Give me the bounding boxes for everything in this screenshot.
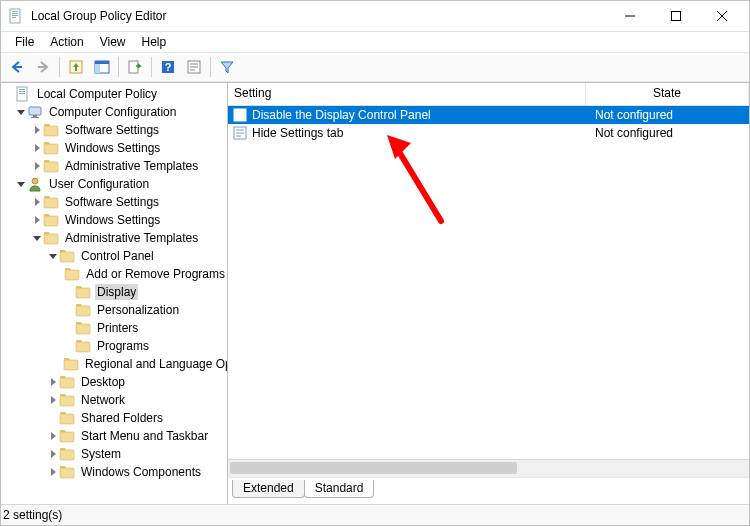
svg-rect-23 [19, 89, 25, 90]
tree-cp-add-remove[interactable]: Add or Remove Programs [1, 265, 227, 283]
expand-icon[interactable] [31, 216, 43, 224]
back-button[interactable] [5, 55, 29, 79]
setting-icon [232, 125, 248, 141]
tree-cc-windows[interactable]: Windows Settings [1, 139, 227, 157]
svg-rect-40 [76, 324, 90, 334]
minimize-button[interactable] [607, 1, 653, 31]
tree-label: Local Computer Policy [35, 86, 159, 102]
app-icon [9, 8, 25, 24]
expand-icon[interactable] [31, 236, 43, 241]
tree-control-panel[interactable]: Control Panel [1, 247, 227, 265]
list-row[interactable]: Hide Settings tabNot configured [228, 124, 749, 142]
column-state[interactable]: State [586, 83, 749, 105]
expand-icon[interactable] [47, 450, 59, 458]
svg-rect-41 [76, 342, 90, 352]
filter-button[interactable] [215, 55, 239, 79]
help-button[interactable]: ? [156, 55, 180, 79]
properties-button[interactable] [182, 55, 206, 79]
svg-rect-38 [76, 288, 90, 298]
status-text: 2 setting(s) [3, 508, 62, 522]
content-area: Local Computer Policy Computer Configura… [1, 82, 749, 504]
expand-icon[interactable] [47, 432, 59, 440]
tree-label: Administrative Templates [63, 230, 200, 246]
tree-cp-printers[interactable]: Printers [1, 319, 227, 337]
close-button[interactable] [699, 1, 745, 31]
tree-system[interactable]: System [1, 445, 227, 463]
tree-desktop[interactable]: Desktop [1, 373, 227, 391]
list-row[interactable]: Disable the Display Control PanelNot con… [228, 106, 749, 124]
menu-file[interactable]: File [7, 33, 42, 51]
tree-cc-admin[interactable]: Administrative Templates [1, 157, 227, 175]
tree-cp-programs[interactable]: Programs [1, 337, 227, 355]
folder-icon [75, 338, 91, 354]
folder-icon [59, 428, 75, 444]
svg-rect-47 [60, 450, 74, 460]
tree-uc-windows[interactable]: Windows Settings [1, 211, 227, 229]
menu-help[interactable]: Help [134, 33, 175, 51]
svg-point-32 [32, 178, 38, 184]
tree-label: Desktop [79, 374, 127, 390]
show-hide-tree-button[interactable] [90, 55, 114, 79]
expand-icon[interactable] [47, 378, 59, 386]
tree-label: Shared Folders [79, 410, 165, 426]
tree-label: Administrative Templates [63, 158, 200, 174]
policy-tree[interactable]: Local Computer Policy Computer Configura… [1, 83, 227, 504]
view-tabs: Extended Standard [228, 477, 749, 504]
expand-icon[interactable] [31, 144, 43, 152]
statusbar: 2 setting(s) [1, 504, 749, 525]
toolbar-separator [151, 57, 152, 77]
setting-name: Disable the Display Control Panel [252, 108, 431, 122]
svg-rect-36 [60, 252, 74, 262]
tree-cp-personalization[interactable]: Personalization [1, 301, 227, 319]
tree-user-config[interactable]: User Configuration [1, 175, 227, 193]
folder-icon [59, 392, 75, 408]
tree-uc-admin[interactable]: Administrative Templates [1, 229, 227, 247]
scrollbar-thumb[interactable] [230, 462, 517, 474]
tree-root[interactable]: Local Computer Policy [1, 85, 227, 103]
svg-rect-33 [44, 198, 58, 208]
tab-standard[interactable]: Standard [304, 480, 375, 498]
expand-icon[interactable] [47, 396, 59, 404]
forward-button[interactable] [31, 55, 55, 79]
tree-label: Regional and Language Options [83, 356, 227, 372]
expand-icon[interactable] [31, 162, 43, 170]
toolbar-separator [210, 57, 211, 77]
tree-network[interactable]: Network [1, 391, 227, 409]
user-icon [27, 176, 43, 192]
tree-cp-regional[interactable]: Regional and Language Options [1, 355, 227, 373]
tree-windows-components[interactable]: Windows Components [1, 463, 227, 481]
menu-action[interactable]: Action [42, 33, 91, 51]
expand-icon[interactable] [15, 110, 27, 115]
tree-computer-config[interactable]: Computer Configuration [1, 103, 227, 121]
tree-uc-software[interactable]: Software Settings [1, 193, 227, 211]
expand-icon[interactable] [47, 254, 59, 259]
tree-cc-software[interactable]: Software Settings [1, 121, 227, 139]
folder-icon [43, 122, 59, 138]
tree-shared-folders[interactable]: Shared Folders [1, 409, 227, 427]
column-setting[interactable]: Setting [228, 83, 586, 105]
expand-icon[interactable] [31, 126, 43, 134]
export-button[interactable] [123, 55, 147, 79]
tree-label: Start Menu and Taskbar [79, 428, 210, 444]
expand-icon[interactable] [31, 198, 43, 206]
tree-label: Add or Remove Programs [84, 266, 227, 282]
tree-start-menu[interactable]: Start Menu and Taskbar [1, 427, 227, 445]
folder-icon [43, 140, 59, 156]
maximize-button[interactable] [653, 1, 699, 31]
menu-view[interactable]: View [92, 33, 134, 51]
folder-icon [43, 194, 59, 210]
tab-extended[interactable]: Extended [232, 480, 305, 498]
up-button[interactable] [64, 55, 88, 79]
menubar: File Action View Help [1, 32, 749, 52]
setting-state: Not configured [587, 108, 749, 122]
settings-list[interactable]: Disable the Display Control PanelNot con… [228, 106, 749, 459]
horizontal-scrollbar[interactable] [228, 459, 749, 477]
svg-rect-27 [33, 115, 37, 117]
folder-icon [75, 320, 91, 336]
svg-rect-48 [60, 468, 74, 478]
expand-icon[interactable] [15, 182, 27, 187]
expand-icon[interactable] [47, 468, 59, 476]
folder-icon [59, 374, 75, 390]
svg-rect-42 [64, 360, 78, 370]
tree-cp-display[interactable]: Display [1, 283, 227, 301]
